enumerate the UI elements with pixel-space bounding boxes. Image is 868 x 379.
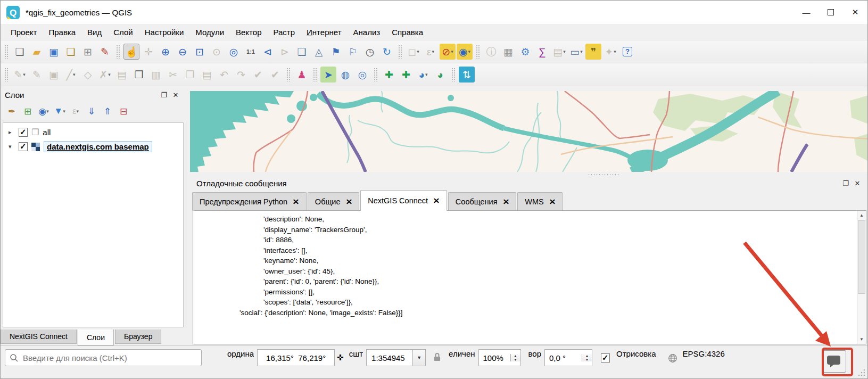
dropdown-arrow-icon[interactable]: ▾	[63, 109, 65, 114]
menu-item-3[interactable]: Вид	[81, 26, 108, 39]
quickmapservices-button[interactable]: ➤	[320, 67, 336, 83]
layer-tree-row[interactable]: ▸❐all	[3, 125, 183, 139]
float-panel-icon[interactable]: ❐	[840, 178, 852, 188]
debug-tab-nextgis-connect[interactable]: NextGIS Connect✕	[360, 190, 447, 211]
vertex-tool-button[interactable]: ✗▾	[97, 67, 113, 83]
tab-close-icon[interactable]: ✕	[293, 197, 300, 206]
menu-item-1[interactable]: Проект	[5, 26, 43, 39]
style-manager-button[interactable]: ✎	[97, 44, 113, 60]
new-spatial-bookmark-button[interactable]: ⚑	[328, 44, 344, 60]
statistics-panel-button[interactable]: ∑	[534, 44, 550, 60]
show-layout-manager-button[interactable]: ⊞	[80, 44, 96, 60]
nextgis-connect-panel-button[interactable]: ⇅	[459, 67, 475, 83]
toolbar-handle[interactable]	[286, 68, 291, 81]
dropdown-arrow-icon[interactable]: ▾	[425, 72, 428, 77]
new-map-view-button[interactable]: ❏	[294, 44, 310, 60]
select-by-expression-button[interactable]: ε▾	[423, 44, 439, 60]
zoom-last-button[interactable]: ⊲	[260, 44, 276, 60]
tab-close-icon[interactable]: ✕	[549, 197, 556, 206]
debug-tab-wms[interactable]: WMS✕	[517, 192, 563, 210]
run-feature-action-button[interactable]: ✦▾	[602, 44, 618, 60]
redo-button[interactable]: ↷	[233, 67, 249, 83]
new-3d-map-view-button[interactable]: ◬	[311, 44, 327, 60]
dropdown-arrow-icon[interactable]: ▾	[417, 49, 419, 54]
debug-tab-сообщения[interactable]: Сообщения✕	[448, 192, 516, 210]
dropdown-arrow-icon[interactable]: ▾	[451, 49, 453, 54]
open-project-button[interactable]: ▰	[29, 44, 45, 60]
delete-selected-button[interactable]: ▥	[148, 67, 164, 83]
add-group-button[interactable]: ⊞	[20, 104, 35, 118]
zoom-in-button[interactable]: ⊕	[158, 44, 173, 60]
close-button[interactable]: ✕	[843, 1, 867, 24]
render-checkbox[interactable]	[601, 353, 610, 362]
coordinate-value[interactable]: 16,315° 76,219°	[257, 349, 335, 366]
zoom-to-selection-button[interactable]: ⊙	[209, 44, 225, 60]
menu-item-9[interactable]: Интернет	[301, 26, 347, 39]
map-canvas[interactable]	[190, 91, 867, 172]
save-project-button[interactable]: ▣	[46, 44, 62, 60]
menu-item-11[interactable]: Справка	[386, 26, 429, 39]
minimize-button[interactable]: —	[794, 1, 819, 24]
spin-up-icon[interactable]: ▲	[511, 354, 520, 358]
undo-button[interactable]: ↶	[216, 67, 232, 83]
layer-label[interactable]: all	[43, 128, 51, 137]
map-tips-button[interactable]: ❞	[585, 44, 601, 60]
select-features-button[interactable]: ◻▾	[406, 44, 421, 60]
dock-tab-nextgis-connect[interactable]: NextGIS Connect	[1, 329, 77, 344]
osm-tools-button[interactable]: ♟	[294, 67, 310, 83]
ngw-search-resource-button[interactable]: ◕	[432, 67, 448, 83]
zoom-to-layer-button[interactable]: ◎	[226, 44, 242, 60]
spin-down-icon[interactable]: ▼	[511, 358, 520, 361]
toggle-editing-button[interactable]: ✎	[29, 67, 45, 83]
toolbar-handle[interactable]	[451, 68, 456, 81]
paste-features-button[interactable]: ▤	[199, 67, 215, 83]
expander-icon[interactable]: ▸	[9, 129, 15, 136]
dropdown-arrow-icon[interactable]: ▾	[614, 49, 616, 54]
tab-close-icon[interactable]: ✕	[502, 197, 509, 206]
layer-checkbox[interactable]	[19, 128, 28, 137]
dropdown-arrow-icon[interactable]: ▾	[580, 49, 583, 54]
remove-layer-button[interactable]: ⊟	[116, 104, 131, 118]
scroll-down-icon[interactable]: ▼	[857, 335, 866, 344]
dropdown-arrow-icon[interactable]: ▾	[23, 72, 26, 77]
horizontal-splitter[interactable]	[190, 172, 867, 177]
zoom-native-button[interactable]: 1:1	[243, 44, 259, 60]
spin-down-icon[interactable]: ▼	[582, 358, 592, 361]
locator-search[interactable]	[5, 349, 202, 366]
menu-item-8[interactable]: Растр	[267, 26, 301, 39]
extents-toggle-icon[interactable]: ✜	[337, 349, 344, 366]
debug-tab-общие[interactable]: Общие✕	[308, 192, 359, 210]
menu-item-4[interactable]: Слой	[108, 26, 138, 39]
help-contents-button[interactable]: ?	[619, 44, 635, 60]
close-panel-icon[interactable]: ✕	[852, 178, 863, 188]
ngw-open-resource-button[interactable]: ◕▾	[415, 67, 431, 83]
current-edits-button[interactable]: ✎▾	[12, 67, 28, 83]
spin-up-icon[interactable]: ▲	[582, 354, 592, 358]
debug-tab-предупреждения-python[interactable]: Предупреждения Python✕	[192, 192, 307, 210]
menu-item-2[interactable]: Правка	[43, 26, 81, 39]
toolbar-handle[interactable]	[476, 45, 480, 59]
zoom-next-button[interactable]: ⊳	[277, 44, 293, 60]
dropdown-arrow-icon[interactable]: ▾	[77, 109, 79, 114]
attribute-table-button[interactable]: ▤▾	[551, 44, 567, 60]
dropdown-arrow-icon[interactable]: ▾	[108, 72, 111, 77]
check-geometries-all-button[interactable]: ✔	[267, 67, 283, 83]
measure-line-button[interactable]: ▭▾	[568, 44, 584, 60]
refresh-map-button[interactable]: ↻	[379, 44, 395, 60]
resize-grip[interactable]	[857, 368, 866, 377]
maximize-button[interactable]	[819, 1, 843, 24]
dropdown-arrow-icon[interactable]: ▾	[46, 109, 49, 114]
new-project-button[interactable]: ❏	[12, 44, 28, 60]
float-panel-icon[interactable]: ❐	[158, 89, 170, 100]
toolbar-handle[interactable]	[4, 68, 9, 81]
field-calculator-button[interactable]: ▦	[500, 44, 516, 60]
menu-item-6[interactable]: Модули	[189, 26, 230, 39]
scale-dropdown-button[interactable]: ▼	[413, 349, 426, 366]
crs-status[interactable]: EPSG:4326	[683, 349, 725, 358]
search-basemap-button[interactable]: ◎	[354, 67, 370, 83]
filter-legend-button[interactable]: ▼▾	[52, 104, 67, 118]
layer-checkbox[interactable]	[19, 142, 28, 151]
scroll-up-icon[interactable]: ▲	[857, 211, 866, 220]
add-basemap-button[interactable]: ◍	[337, 67, 353, 83]
check-geometries-button[interactable]: ✔	[250, 67, 266, 83]
